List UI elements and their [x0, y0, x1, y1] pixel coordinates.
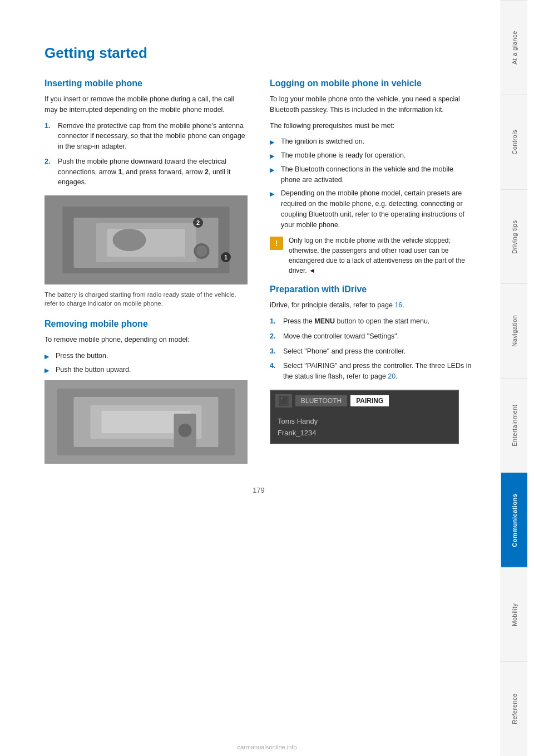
page-number: 179 — [44, 486, 473, 494]
bt-body: Toms Handy Frank_1234 — [271, 411, 458, 443]
inserting-intro: If you insert or remove the mobile phone… — [44, 94, 248, 115]
prereq-label: The following prerequisites must be met: — [270, 121, 473, 131]
removing-section-title: Removing mobile phone — [44, 319, 248, 329]
svg-point-6 — [196, 246, 207, 257]
idrive-step-num-3: 3. — [270, 346, 279, 357]
right-column: Logging on mobile phone in vehicle To lo… — [270, 78, 473, 469]
sidebar-tab-navigation[interactable]: Navigation — [501, 283, 527, 378]
idrive-step-4: 4. Select "PAIRING" and press the contro… — [270, 361, 473, 382]
prereq-arrow-3: ▶ — [270, 165, 276, 175]
image-label-1: 1 — [221, 252, 231, 262]
page-title: Getting started — [44, 45, 473, 62]
svg-text:⬛: ⬛ — [280, 396, 289, 406]
sidebar-tab-entertainment[interactable]: Entertainment — [501, 378, 527, 473]
idrive-step-text-2: Move the controller toward "Settings". — [283, 331, 399, 342]
step-num-1: 1. — [44, 121, 53, 152]
prereq-text-2: The mobile phone is ready for operation. — [281, 150, 406, 161]
inserting-section-title: Inserting mobile phone — [44, 78, 248, 89]
logging-section-title: Logging on mobile phone in vehicle — [270, 78, 473, 89]
prereq-arrow-4: ▶ — [270, 189, 276, 199]
warning-box: ! Only log on the mobile phone with the … — [270, 235, 473, 276]
prereq-1: ▶ The ignition is switched on. — [270, 136, 473, 147]
sidebar-tab-communications[interactable]: Communications — [501, 473, 527, 567]
back-ref: ◄ — [309, 267, 315, 274]
idrive-section-title: Preparation with iDrive — [270, 284, 473, 294]
step-text-2: Push the mobile phone downward toward th… — [58, 156, 248, 188]
inserting-step-1: 1. Remove the protective cap from the mo… — [44, 121, 248, 152]
two-column-layout: Inserting mobile phone If you insert or … — [44, 78, 473, 469]
watermark: carmanualsonline.info — [237, 744, 296, 750]
removing-image — [44, 380, 248, 464]
bt-item-2: Frank_1234 — [278, 427, 451, 439]
idrive-step-1: 1. Press the MENU button to open the sta… — [270, 316, 473, 327]
inserting-image: 1 2 — [44, 195, 248, 284]
inserting-caption: The battery is charged starting from rad… — [44, 290, 248, 308]
idrive-intro: iDrive, for principle details, refer to … — [270, 300, 473, 311]
idrive-steps-list: 1. Press the MENU button to open the sta… — [270, 316, 473, 382]
warning-text: Only log on the mobile phone with the ve… — [289, 235, 473, 276]
warning-icon: ! — [270, 237, 283, 250]
idrive-step-text-3: Select "Phone" and press the controller. — [283, 346, 406, 357]
prereq-arrow-2: ▶ — [270, 151, 276, 161]
sidebar-tab-mobility[interactable]: Mobility — [501, 567, 527, 662]
main-content: Getting started Inserting mobile phone I… — [0, 0, 501, 756]
idrive-page-ref: 16 — [394, 301, 402, 309]
image-label-2: 2 — [193, 218, 203, 228]
prereq-text-3: The Bluetooth connections in the vehicle… — [281, 164, 473, 185]
prereq-text-1: The ignition is switched on. — [281, 136, 364, 147]
sidebar: At a glance Controls Driving tips Naviga… — [501, 0, 527, 756]
bullet-arrow-2: ▶ — [44, 366, 51, 375]
prereq-2: ▶ The mobile phone is ready for operatio… — [270, 150, 473, 161]
idrive-step-2: 2. Move the controller toward "Settings"… — [270, 331, 473, 342]
bt-header: ⬛ BLUETOOTH PAIRING — [271, 391, 458, 411]
step-text-1: Remove the protective cap from the mobil… — [58, 121, 248, 152]
idrive-step-3: 3. Select "Phone" and press the controll… — [270, 346, 473, 357]
bullet-arrow-1: ▶ — [44, 352, 51, 361]
page-wrapper: Getting started Inserting mobile phone I… — [0, 0, 534, 756]
svg-point-7 — [113, 229, 146, 251]
logging-intro: To log your mobile phone onto the vehicl… — [270, 94, 473, 115]
removing-bullet-text-1: Press the button. — [56, 351, 108, 361]
bluetooth-screen: ⬛ BLUETOOTH PAIRING Toms Handy Frank_123… — [270, 390, 459, 444]
inserting-step-2: 2. Push the mobile phone downward toward… — [44, 156, 248, 188]
removing-bullets: ▶ Press the button. ▶ Push the button up… — [44, 351, 248, 375]
prereq-list: ▶ The ignition is switched on. ▶ The mob… — [270, 136, 473, 230]
idrive-step-num-1: 1. — [270, 316, 279, 327]
bt-tab-bluetooth: BLUETOOTH — [295, 395, 347, 406]
bt-icon: ⬛ — [275, 394, 292, 408]
sidebar-tab-at-a-glance[interactable]: At a glance — [501, 0, 527, 95]
idrive-step-num-2: 2. — [270, 331, 279, 342]
idrive-step-text-1: Press the MENU button to open the start … — [283, 316, 429, 327]
sidebar-tab-driving-tips[interactable]: Driving tips — [501, 189, 527, 284]
bt-tab-pairing: PAIRING — [350, 395, 389, 406]
prereq-3: ▶ The Bluetooth connections in the vehic… — [270, 164, 473, 185]
removing-bullet-1: ▶ Press the button. — [44, 351, 248, 361]
step-num-2: 2. — [44, 156, 53, 188]
prereq-text-4: Depending on the mobile phone model, cer… — [281, 188, 473, 230]
sidebar-tab-controls[interactable]: Controls — [501, 95, 527, 189]
idrive-step-num-4: 4. — [270, 361, 279, 382]
prereq-4: ▶ Depending on the mobile phone model, c… — [270, 188, 473, 230]
removing-intro: To remove mobile phone, depending on mod… — [44, 335, 248, 345]
prereq-arrow-1: ▶ — [270, 138, 276, 147]
inserting-steps-list: 1. Remove the protective cap from the mo… — [44, 121, 248, 188]
idrive-step-text-4: Select "PAIRING" and press the controlle… — [283, 361, 473, 382]
left-column: Inserting mobile phone If you insert or … — [44, 78, 248, 469]
removing-bullet-2: ▶ Push the button upward. — [44, 365, 248, 375]
svg-point-14 — [179, 424, 192, 437]
removing-bullet-text-2: Push the button upward. — [56, 365, 131, 375]
bt-item-1: Toms Handy — [278, 415, 451, 427]
sidebar-tab-reference[interactable]: Reference — [501, 661, 527, 756]
